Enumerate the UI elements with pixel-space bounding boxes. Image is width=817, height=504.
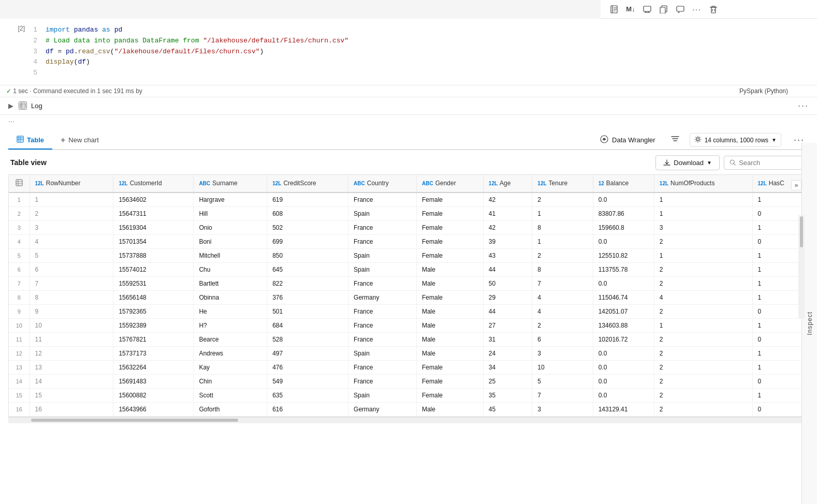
table-cell: 850 (267, 248, 348, 262)
table-cell: 0.0 (593, 192, 654, 207)
table-cell: Female (416, 206, 483, 220)
table-cell: 15737173 (113, 346, 194, 360)
table-cell: 15600882 (113, 388, 194, 402)
table-cell: 699 (267, 234, 348, 248)
table-cell: He (194, 304, 267, 318)
table-cell: 15634602 (113, 192, 194, 207)
col-header-surname: ABCSurname (194, 175, 267, 192)
table-cell: 608 (267, 206, 348, 220)
cell-gutter: [2] (0, 23, 29, 34)
more-actions-btn[interactable]: ··· (690, 2, 704, 17)
col-header-balance: 12Balance (593, 175, 654, 192)
table-cell: 3 (532, 402, 593, 416)
table-row: 161615643966Goforth616GermanyMale4531431… (9, 402, 808, 416)
gear-icon (694, 136, 702, 144)
table-cell: 24 (483, 346, 532, 360)
table-row: 141415691483Chin549FranceFemale2550.020 (9, 374, 808, 388)
table-cell: 13 (30, 360, 113, 374)
col-header-tenure: 12LTenure (532, 175, 593, 192)
col-header-rownumber: 12LRowNumber (30, 175, 113, 192)
table-cell: 15619304 (113, 220, 194, 234)
col-config-label: 14 columns, 1000 rows (705, 137, 768, 144)
table-cell: 7 (532, 276, 593, 290)
copy-btn[interactable] (656, 2, 671, 17)
table-cell: 44 (483, 304, 532, 318)
table-cell: 0 (752, 374, 808, 388)
table-cell: 8 (532, 262, 593, 276)
table-cell: H? (194, 318, 267, 332)
table-cell: Boni (194, 234, 267, 248)
row-index: 14 (9, 374, 30, 388)
table-cell: 2 (532, 318, 593, 332)
table-cell: 822 (267, 276, 348, 290)
svg-point-26 (696, 138, 699, 141)
table-cell: 2 (654, 374, 752, 388)
inspect-panel[interactable]: Inspect (801, 143, 817, 504)
table-cell: 15737888 (113, 248, 194, 262)
table-cell: 635 (267, 388, 348, 402)
table-cell: 15592389 (113, 318, 194, 332)
table-cell: 619 (267, 192, 348, 207)
row-index: 5 (9, 248, 30, 262)
table-cell: Female (416, 374, 483, 388)
table-cell: Spain (348, 206, 417, 220)
table-cell: 34 (483, 360, 532, 374)
filter-button[interactable] (669, 133, 681, 147)
table-cell: Spain (348, 248, 417, 262)
table-cell: 501 (267, 304, 348, 318)
vscroll-thumb[interactable] (800, 216, 803, 247)
table-cell: 0.0 (593, 388, 654, 402)
table-cell: 83807.86 (593, 206, 654, 220)
table-cell: 15767821 (113, 332, 194, 346)
table-cell: 0 (752, 332, 808, 346)
table-cell: France (348, 332, 417, 346)
svg-point-25 (603, 138, 605, 140)
table-cell: Spain (348, 388, 417, 402)
screen-btn[interactable] (640, 2, 654, 17)
table-cell: 502 (267, 220, 348, 234)
column-config-button[interactable]: 14 columns, 1000 rows ▼ (690, 133, 781, 147)
table-cell: 50 (483, 276, 532, 290)
table-cell: 43 (483, 248, 532, 262)
col-header-numofproducts: 12LNumOfProducts (654, 175, 752, 192)
vertical-scrollbar[interactable] (798, 215, 805, 319)
download-button[interactable]: Download ▼ (655, 155, 720, 170)
data-wrangler-button[interactable]: Data Wrangler (594, 131, 661, 149)
table-cell: 376 (267, 290, 348, 304)
table-cell: 143129.41 (593, 402, 654, 416)
collapse-panel-btn[interactable]: » (791, 180, 801, 190)
col-header-country: ABCCountry (348, 175, 417, 192)
table-cell: Male (416, 402, 483, 416)
log-expand-icon[interactable]: ▶ (8, 102, 13, 110)
table-cell: Goforth (194, 402, 267, 416)
search-input[interactable] (739, 159, 801, 167)
table-row: 3315619304Onio502FranceFemale428159660.8… (9, 220, 808, 234)
horizontal-scrollbar[interactable] (8, 417, 809, 423)
svg-rect-15 (20, 103, 25, 108)
table-cell: Hargrave (194, 192, 267, 207)
table-view-header: Table view Download ▼ (8, 150, 809, 174)
tab-table[interactable]: Table (8, 131, 52, 150)
new-chart-button[interactable]: + New chart (52, 131, 107, 149)
table-cell: 142051.07 (593, 304, 654, 318)
table-cell: 15592531 (113, 276, 194, 290)
scrollbar-thumb[interactable] (31, 419, 238, 422)
table-row: 5515737888Mitchell850SpainFemale43212551… (9, 248, 808, 262)
table-cell: France (348, 318, 417, 332)
comment-btn[interactable] (673, 2, 688, 17)
table-cell: 4 (654, 290, 752, 304)
row-index: 11 (9, 332, 30, 346)
table-cell: 0.0 (593, 374, 654, 388)
log-more-btn[interactable]: ··· (798, 100, 809, 111)
cell-code-content[interactable]: 1 import pandas as pd 2 # Load data into… (29, 23, 817, 81)
table-cell: Male (416, 332, 483, 346)
table-cell: Bartlett (194, 276, 267, 290)
table-controls: Download ▼ (655, 155, 807, 170)
table-row: 151515600882Scott635SpainFemale3570.021 (9, 388, 808, 402)
delete-btn[interactable] (706, 2, 721, 17)
table-row: 7715592531Bartlett822FranceMale5070.021 (9, 276, 808, 290)
line-num-4: 4 (29, 57, 37, 68)
markdown-btn[interactable]: M↓ (623, 2, 638, 17)
notebook-btn[interactable] (607, 2, 621, 17)
exec-time-text: 1 sec · Command executed in 1 sec 191 ms… (13, 87, 142, 95)
